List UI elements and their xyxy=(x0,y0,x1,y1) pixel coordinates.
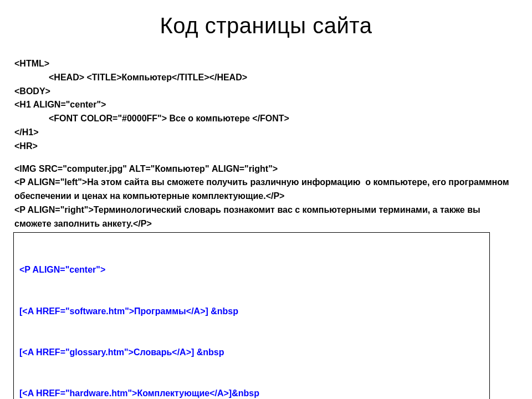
highlighted-code-box: <P ALIGN="center"> [<A HREF="software.ht… xyxy=(13,232,490,399)
slide-title: Код страницы сайта xyxy=(13,13,519,38)
blank-line xyxy=(14,154,519,162)
code-line: [<A HREF="software.htm">Программы</A>] &… xyxy=(19,305,484,319)
code-line: <HR> xyxy=(14,140,519,154)
code-line: <P ALIGN="left">На этом сайта вы сможете… xyxy=(14,176,519,203)
code-line: <P ALIGN="center"> xyxy=(19,263,484,277)
code-line: <HEAD> <TITLE>Компьютер</TITLE></HEAD> xyxy=(14,71,519,85)
code-listing: <HTML> <HEAD> <TITLE>Компьютер</TITLE></… xyxy=(13,57,519,399)
code-line: </H1> xyxy=(14,126,519,140)
slide-container: Код страницы сайта <HTML> <HEAD> <TITLE>… xyxy=(0,0,532,399)
code-line: <IMG SRC="computer.jpg" ALT="Компьютер" … xyxy=(14,162,519,176)
code-line: <FONT COLOR="#0000FF"> Все о компьютере … xyxy=(14,112,519,126)
code-line: <BODY> xyxy=(14,85,519,99)
code-line: [<A HREF="glossary.htm">Словарь</A>] &nb… xyxy=(19,346,484,360)
code-line: <P ALIGN="right">Терминологический слова… xyxy=(14,203,519,231)
code-line: [<A HREF="hardware.htm">Комплектующие</A… xyxy=(19,387,484,399)
code-line: <HTML> xyxy=(14,57,519,71)
code-line: <H1 ALIGN="center"> xyxy=(14,98,519,112)
